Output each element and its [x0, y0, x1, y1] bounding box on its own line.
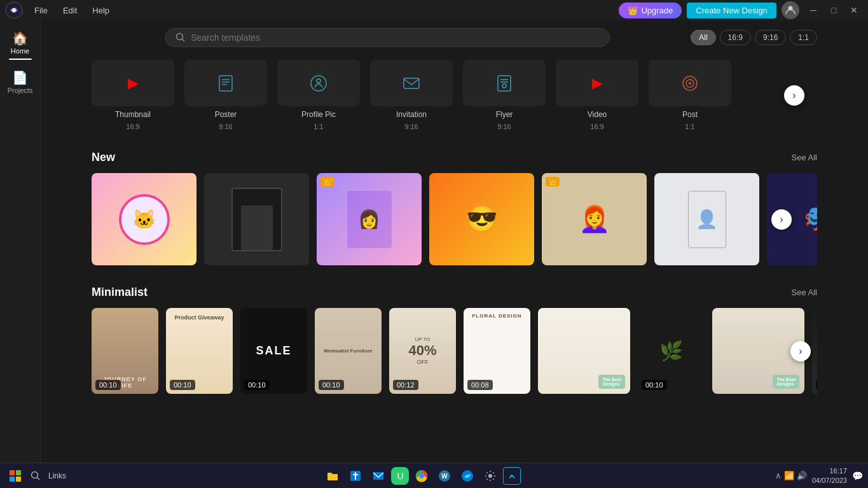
- content-header: All 16:9 9:16 1:1: [41, 20, 868, 55]
- sidebar: 🏠 Home 📄 Projects: [0, 20, 41, 488]
- taskbar-app-chrome[interactable]: [411, 466, 432, 486]
- new-see-all[interactable]: See All: [792, 153, 817, 162]
- mini-card-7[interactable]: 🌿 00:10: [638, 308, 705, 394]
- wordpress-icon: W: [438, 470, 451, 482]
- filter-16-9[interactable]: 16:9: [720, 30, 751, 45]
- category-thumb-post: [649, 60, 731, 106]
- create-new-design-button[interactable]: Create New Design: [687, 3, 776, 18]
- mini-time-5: 00:08: [467, 380, 493, 390]
- start-button[interactable]: [5, 466, 25, 486]
- category-video[interactable]: ▶ Video 16:9: [556, 60, 638, 130]
- mini-time-7: 00:10: [642, 380, 667, 390]
- svg-text:W: W: [442, 473, 448, 480]
- search-input[interactable]: [191, 32, 599, 43]
- new-card-4[interactable]: 👑 👩‍🦰: [542, 173, 647, 265]
- mini-time-3: 00:10: [319, 380, 344, 390]
- category-thumb-flyer: [463, 60, 546, 106]
- mini-card-1[interactable]: Product Giveaway 00:10: [166, 308, 233, 394]
- taskbar-app-green[interactable]: U: [391, 467, 409, 485]
- category-thumbnail[interactable]: ▶ Thumbnail 16:9: [92, 60, 174, 130]
- taskbar-apps: U W: [69, 466, 775, 486]
- taskbar-system-icons: ∧ 📶 🔊: [775, 471, 807, 480]
- user-avatar[interactable]: [782, 1, 799, 19]
- sidebar-item-home[interactable]: 🏠 Home: [0, 25, 40, 65]
- category-thumb-poster: [184, 60, 267, 106]
- category-thumb-invitation: [370, 60, 453, 106]
- mini-card-4[interactable]: UP TO 40% OFF 00:12: [389, 308, 456, 394]
- app-logo[interactable]: [5, 1, 23, 19]
- svg-point-1: [12, 8, 16, 12]
- titlebar-actions: 👑 Upgrade Create New Design: [619, 1, 799, 19]
- taskbar-app-store[interactable]: [345, 466, 366, 486]
- crown-badge-2: 👑: [320, 177, 334, 186]
- projects-icon: 📄: [12, 70, 28, 85]
- sidebar-item-projects[interactable]: 📄 Projects: [0, 65, 40, 99]
- mini-card-3[interactable]: Minimalist Furniture 00:10: [315, 308, 382, 394]
- taskbar-search-icon[interactable]: [25, 466, 46, 486]
- minimalist-see-all[interactable]: See All: [792, 288, 817, 297]
- search-icon: [176, 32, 186, 43]
- new-card-2[interactable]: 👑 👩: [317, 173, 422, 265]
- minimalist-scroll-right[interactable]: ›: [790, 341, 811, 361]
- windows-icon: [10, 470, 21, 482]
- menu-file[interactable]: File: [28, 3, 54, 18]
- menu-edit[interactable]: Edit: [57, 3, 83, 18]
- taskbar-app-affinity[interactable]: [503, 467, 521, 485]
- network-icon[interactable]: 📶: [784, 471, 794, 480]
- svg-line-4: [183, 39, 185, 42]
- new-scroll-right[interactable]: ›: [771, 209, 792, 230]
- mini-time-9: 00:12: [816, 380, 817, 390]
- bottom-spacer: [41, 404, 868, 436]
- taskbar-app-settings[interactable]: [480, 466, 500, 486]
- filter-9-16[interactable]: 9:16: [755, 30, 786, 45]
- taskbar-app-edge[interactable]: [457, 466, 478, 486]
- taskbar-app-wordpress[interactable]: W: [434, 466, 455, 486]
- mini-card-2[interactable]: SALE 00:10: [240, 308, 307, 394]
- youtube-icon: ▶: [128, 75, 139, 92]
- mini-card-6[interactable]: The Best Designs: [538, 308, 630, 394]
- volume-icon[interactable]: 🔊: [797, 471, 807, 480]
- taskbar-date-display: 04/07/2023: [812, 476, 847, 485]
- poster-icon: [217, 74, 235, 92]
- chevron-up-icon[interactable]: ∧: [775, 471, 782, 480]
- category-ratio-invitation: 9:16: [404, 123, 418, 130]
- sidebar-label-home: Home: [11, 47, 29, 55]
- svg-rect-5: [219, 76, 232, 91]
- category-flyer[interactable]: Flyer 9:16: [463, 60, 546, 130]
- taskbar-app-explorer[interactable]: [322, 466, 343, 486]
- filter-1-1[interactable]: 1:1: [790, 30, 817, 45]
- minimalist-section: Minimalist See All JOURNEY OF LIFE 00:10: [41, 275, 868, 404]
- filter-all[interactable]: All: [691, 30, 715, 45]
- mini-time-4: 00:12: [393, 380, 418, 390]
- mini-card-9[interactable]: 🛋️ 00:12: [812, 308, 817, 394]
- svg-rect-22: [16, 477, 21, 482]
- category-profile-pic[interactable]: Profile Pic 1:1: [277, 60, 360, 130]
- taskbar-app-mail[interactable]: [368, 466, 389, 486]
- new-card-5[interactable]: 👤: [654, 173, 759, 265]
- folder-icon: [326, 470, 339, 482]
- new-card-0[interactable]: 🐱: [92, 173, 196, 265]
- new-card-3[interactable]: 😎: [429, 173, 534, 265]
- new-card-1[interactable]: [204, 173, 309, 265]
- minimize-button[interactable]: ─: [804, 1, 822, 19]
- maximize-button[interactable]: □: [825, 1, 843, 19]
- search-bar[interactable]: [165, 28, 610, 47]
- taskbar-clock[interactable]: 16:17 04/07/2023: [812, 466, 847, 485]
- notification-icon[interactable]: 💬: [852, 471, 863, 481]
- taskbar-links-label[interactable]: Links: [46, 471, 69, 480]
- svg-point-28: [419, 473, 424, 478]
- category-invitation[interactable]: Invitation 9:16: [370, 60, 453, 130]
- category-label-post: Post: [682, 110, 698, 119]
- mini-card-0[interactable]: JOURNEY OF LIFE 00:10: [92, 308, 158, 394]
- svg-rect-12: [498, 76, 511, 91]
- upgrade-button[interactable]: 👑 Upgrade: [619, 3, 682, 18]
- menu-help[interactable]: Help: [86, 3, 116, 18]
- category-post[interactable]: Post 1:1: [649, 60, 731, 130]
- categories-row: ▶ Thumbnail 16:9: [41, 55, 868, 141]
- window-controls: ─ □ ✕: [804, 1, 863, 19]
- categories-scroll-right[interactable]: ›: [784, 85, 804, 106]
- category-poster[interactable]: Poster 9:16: [184, 60, 267, 130]
- content-scroll[interactable]: All 16:9 9:16 1:1 ▶ Thumbnail 16:9: [41, 20, 868, 463]
- mini-card-5[interactable]: FLORAL DESIGN 00:08: [464, 308, 530, 394]
- close-button[interactable]: ✕: [845, 1, 863, 19]
